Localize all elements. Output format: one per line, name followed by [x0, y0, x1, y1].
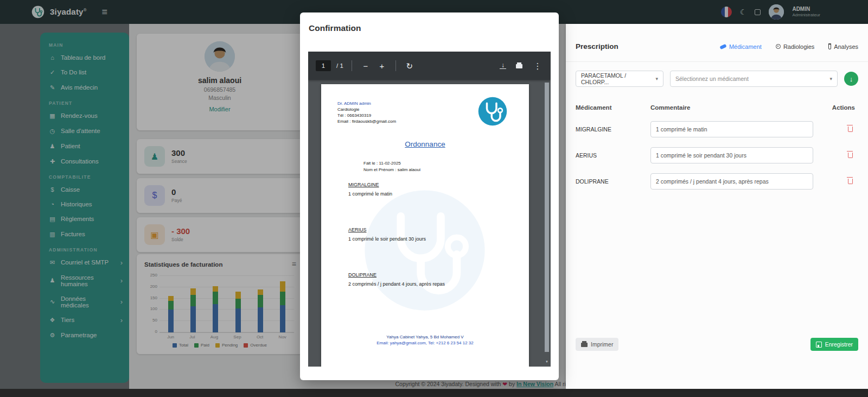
stethoscope-watermark	[361, 186, 489, 314]
table-row: AERIUS	[576, 142, 858, 168]
more-options-icon[interactable]: ⋮	[532, 62, 543, 70]
column-header-medicament: Médicament	[576, 104, 650, 111]
add-medicament-button[interactable]: ↓	[844, 72, 858, 86]
pdf-viewer: 1 / 1 − + ↻ ↓ ⋮	[308, 52, 551, 367]
delete-row-icon[interactable]	[848, 127, 853, 132]
panel-title: Prescription	[576, 42, 618, 51]
download-icon[interactable]: ↓	[500, 62, 506, 70]
radiology-icon	[776, 44, 781, 49]
delete-row-icon[interactable]	[848, 179, 853, 184]
document-patient: Nom et Prénom : salim alaoui	[363, 167, 420, 173]
prescription-controls: PARACETAMOL / CHLORP... ▾ Sélectionnez u…	[566, 62, 868, 96]
delete-row-icon[interactable]	[848, 153, 853, 158]
document-date: Fait le : 11-02-2025	[363, 160, 420, 167]
prescription-footer: Imprimer Enregistrer	[576, 338, 858, 351]
print-button[interactable]: Imprimer	[576, 338, 618, 351]
test-tube-icon	[828, 43, 831, 49]
scrollbar-thumb[interactable]	[545, 83, 549, 352]
page-count-label: / 1	[336, 62, 343, 69]
clinic-address: Yahya Cabinet Yahya, 5 Bd Mohamed V	[321, 334, 529, 340]
item-name: DOLIPRANE	[348, 272, 445, 278]
doctor-info-block: Dr. ADMIN admin Cardiologie Tél : 066343…	[337, 100, 396, 124]
tab-analyses[interactable]: Analyses	[828, 43, 858, 50]
modal-title: Confirmation	[300, 12, 559, 41]
chevron-down-icon: ▾	[655, 76, 658, 81]
pdf-scrollbar: ▼	[544, 80, 550, 366]
zoom-out-icon[interactable]: −	[360, 62, 371, 70]
doctor-email: Email : firdaouskb@gmail.com	[337, 118, 396, 124]
item-comment: 2 comprimés / j pendant 4 jours, après r…	[348, 281, 445, 287]
clinic-contact: Email: yahya@gmail.com, Tel: +212 6 23 5…	[321, 340, 529, 346]
document-footer: Yahya Cabinet Yahya, 5 Bd Mohamed V Emai…	[321, 334, 529, 346]
confirmation-modal: Confirmation 1 / 1 − + ↻ ↓ ⋮	[300, 12, 559, 380]
zoom-in-icon[interactable]: +	[376, 62, 387, 70]
table-row: MIGRALGINE	[576, 116, 858, 142]
page-number-input[interactable]: 1	[316, 60, 331, 71]
printer-icon	[581, 343, 588, 347]
column-header-commentaire: Commentaire	[650, 104, 827, 111]
table-header: Médicament Commentaire Actions	[576, 96, 858, 116]
medication-table: Médicament Commentaire Actions MIGRALGIN…	[566, 96, 868, 194]
pdf-page: Dr. ADMIN admin Cardiologie Tél : 066343…	[321, 84, 529, 367]
prescription-item: AERIUS 1 comprimé le soir pendant 30 jou…	[348, 227, 426, 242]
comment-input[interactable]	[650, 121, 813, 137]
scroll-down-arrow-icon[interactable]: ▼	[544, 358, 550, 366]
medication-name: MIGRALGINE	[576, 126, 650, 133]
arrow-down-icon: ↓	[850, 75, 853, 83]
tab-medicament[interactable]: Médicament	[720, 43, 762, 50]
tab-radiologies[interactable]: Radiologies	[776, 43, 814, 50]
prescription-item: MIGRALGINE 1 comprimé le matin	[348, 182, 392, 197]
column-header-actions: Actions	[827, 104, 858, 111]
item-comment: 1 comprimé le soir pendant 30 jours	[348, 236, 426, 242]
save-button[interactable]: Enregistrer	[810, 338, 858, 351]
doctor-phone: Tél : 0663430319	[337, 112, 396, 118]
table-row: DOLIPRANE	[576, 168, 858, 194]
medication-search-select[interactable]: Sélectionnez un médicament ▾	[670, 71, 838, 87]
prescription-panel: Prescription Médicament Radiologies Anal…	[566, 24, 868, 389]
prescription-item: DOLIPRANE 2 comprimés / j pendant 4 jour…	[348, 272, 445, 287]
item-name: MIGRALGINE	[348, 182, 392, 187]
prescription-tabs: Médicament Radiologies Analyses	[720, 43, 858, 50]
rotate-icon[interactable]: ↻	[404, 62, 415, 70]
prescription-header: Prescription Médicament Radiologies Anal…	[566, 24, 868, 62]
document-meta: Fait le : 11-02-2025 Nom et Prénom : sal…	[363, 160, 420, 173]
doctor-specialty: Cardiologie	[337, 106, 396, 112]
print-icon[interactable]	[516, 64, 522, 68]
app-root: 3iyadaty® ≡ ☾ ADMIN Administrateur	[0, 0, 868, 397]
chevron-down-icon: ▾	[829, 76, 832, 81]
save-icon	[816, 342, 822, 348]
medication-name: DOLIPRANE	[576, 178, 650, 185]
comment-input[interactable]	[650, 173, 813, 190]
medication-family-select[interactable]: PARACETAMOL / CHLORP... ▾	[576, 71, 663, 87]
document-title: Ordonnance	[321, 140, 529, 148]
toolbar-divider	[352, 60, 352, 71]
pill-icon	[719, 43, 726, 49]
item-name: AERIUS	[348, 227, 426, 232]
medication-name: AERIUS	[576, 152, 650, 159]
item-comment: 1 comprimé le matin	[348, 191, 392, 197]
doctor-name: Dr. ADMIN admin	[337, 100, 396, 106]
pdf-toolbar: 1 / 1 − + ↻ ↓ ⋮	[308, 52, 551, 80]
clinic-logo-icon	[477, 96, 508, 127]
comment-input[interactable]	[650, 147, 813, 163]
toolbar-divider	[395, 60, 396, 71]
